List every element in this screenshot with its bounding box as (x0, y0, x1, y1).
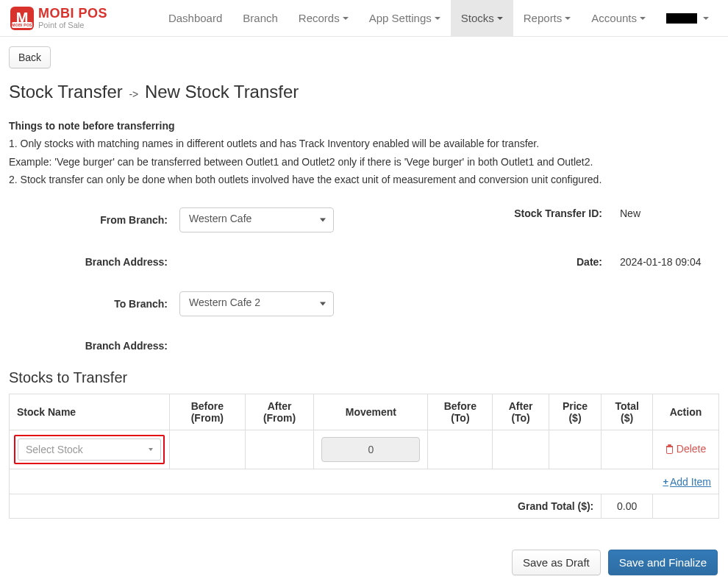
from-branch-select[interactable]: Western Cafe (179, 207, 334, 232)
cell-before-from (170, 430, 246, 469)
brand-link[interactable]: M MOBI POS MOBI POS Point of Sale (9, 2, 116, 35)
brand-subtitle: Point of Sale (38, 21, 107, 29)
to-branch-select[interactable]: Western Cafe 2 (179, 291, 334, 316)
main-nav: Dashboard Branch Records App Settings St… (158, 0, 719, 37)
chevron-down-icon (497, 17, 503, 20)
table-header-row: Stock Name Before (From) After (From) Mo… (10, 394, 719, 430)
add-item-label: Add Item (670, 476, 711, 488)
stocks-to-transfer-heading: Stocks to Transfer (9, 369, 719, 386)
grand-total-action-spacer (653, 494, 719, 518)
trash-icon (665, 444, 674, 454)
th-total: Total ($) (602, 394, 653, 430)
from-branch-label: From Branch: (9, 214, 179, 226)
transfer-form: From Branch: Western Cafe Stock Transfer… (9, 207, 719, 352)
to-branch-value: Western Cafe 2 (189, 296, 260, 308)
nav-stocks[interactable]: Stocks (451, 0, 513, 37)
notes-section: Things to note before transferring 1. On… (9, 118, 719, 187)
brand-icon-band: MOBI POS (12, 22, 32, 28)
plus-icon: + (663, 476, 668, 487)
chevron-down-icon (149, 448, 153, 451)
nav-records-label: Records (299, 12, 340, 24)
nav-app-settings[interactable]: App Settings (359, 0, 451, 37)
table-row: Select Stock 0 (10, 430, 719, 469)
movement-input[interactable]: 0 (321, 437, 420, 462)
nav-records[interactable]: Records (288, 0, 359, 37)
nav-branch[interactable]: Branch (232, 0, 288, 37)
breadcrumb-stock-transfer: Stock Transfer (9, 82, 123, 102)
th-movement: Movement (314, 394, 428, 430)
back-button[interactable]: Back (9, 46, 51, 68)
movement-value: 0 (368, 444, 374, 455)
delete-row-button[interactable]: Delete (665, 443, 706, 455)
grand-total-label: Grand Total ($): (10, 494, 602, 518)
nav-reports-label: Reports (524, 12, 563, 24)
from-branch-value: Western Cafe (189, 213, 251, 224)
notes-heading: Things to note before transferring (9, 118, 719, 133)
breadcrumb-separator: -> (127, 88, 140, 100)
delete-label: Delete (677, 443, 706, 455)
grand-total-value: 0.00 (602, 494, 653, 518)
nav-app-settings-label: App Settings (369, 12, 432, 24)
brand-icon: M MOBI POS (10, 7, 34, 30)
brand-text: MOBI POS Point of Sale (38, 7, 107, 29)
nav-dashboard[interactable]: Dashboard (158, 0, 232, 37)
footer-actions: Save as Draft Save and Finalize (9, 550, 719, 575)
stock-select-placeholder: Select Stock (26, 444, 83, 455)
breadcrumb-current: New Stock Transfer (145, 82, 299, 102)
chevron-down-icon (320, 302, 326, 306)
grand-total-row: Grand Total ($): 0.00 (10, 494, 719, 518)
stock-transfer-id-label: Stock Transfer ID: (364, 207, 614, 219)
user-name-placeholder (666, 13, 697, 24)
page-title: Stock Transfer -> New Stock Transfer (9, 82, 719, 102)
th-before-to: Before (To) (428, 394, 493, 430)
nav-stocks-label: Stocks (461, 12, 494, 24)
nav-branch-label: Branch (243, 12, 278, 24)
chevron-down-icon (320, 219, 326, 222)
chevron-down-icon (565, 17, 571, 20)
th-stock-name: Stock Name (10, 394, 170, 430)
nav-reports[interactable]: Reports (513, 0, 582, 37)
transfer-table: Stock Name Before (From) After (From) Mo… (9, 394, 719, 519)
cell-after-to (493, 430, 549, 469)
to-branch-label: To Branch: (9, 298, 179, 310)
top-navbar: M MOBI POS MOBI POS Point of Sale Dashbo… (0, 0, 728, 37)
stock-select-highlight-wrap: Select Stock (14, 435, 165, 464)
from-branch-address-label: Branch Address: (9, 256, 179, 268)
th-action: Action (653, 394, 719, 430)
chevron-down-icon (435, 17, 440, 20)
date-label: Date: (364, 256, 614, 268)
nav-dashboard-label: Dashboard (168, 12, 222, 24)
nav-accounts-label: Accounts (591, 12, 637, 24)
brand-name: MOBI POS (38, 7, 107, 20)
th-price: Price ($) (549, 394, 602, 430)
notes-line-example: Example: 'Vege burger' can be transferre… (9, 154, 719, 169)
notes-line-1: 1. Only stocks with matching names in di… (9, 136, 719, 151)
to-branch-address-label: Branch Address: (9, 340, 179, 352)
save-and-finalize-button[interactable]: Save and Finalize (608, 550, 718, 575)
cell-after-from (245, 430, 314, 469)
save-as-draft-button[interactable]: Save as Draft (512, 550, 601, 575)
stock-transfer-id-value: New (614, 207, 640, 219)
stock-select[interactable]: Select Stock (18, 438, 161, 461)
th-before-from: Before (From) (170, 394, 246, 430)
th-after-from: After (From) (245, 394, 314, 430)
th-after-to: After (To) (493, 394, 549, 430)
nav-accounts[interactable]: Accounts (581, 0, 656, 37)
date-value: 2024-01-18 09:04 (614, 256, 702, 268)
add-item-button[interactable]: + Add Item (663, 476, 711, 488)
add-item-row: + Add Item (10, 469, 719, 494)
cell-price (549, 430, 602, 469)
main-container: Back Stock Transfer -> New Stock Transfe… (0, 37, 728, 579)
chevron-down-icon (640, 17, 646, 20)
cell-before-to (428, 430, 493, 469)
nav-user-menu[interactable] (656, 0, 719, 37)
notes-line-2: 2. Stock transfer can only be done when … (9, 172, 719, 187)
cell-total (602, 430, 653, 469)
chevron-down-icon (343, 17, 349, 20)
chevron-down-icon (703, 17, 709, 20)
